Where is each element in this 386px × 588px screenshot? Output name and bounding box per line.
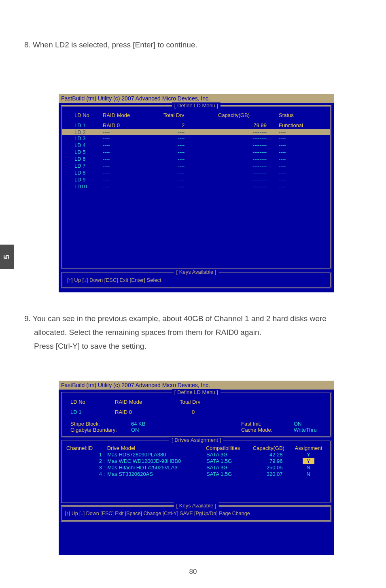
drive-row[interactable]: 4 :Mas ST3320620ASSATA 1.5G320.07N [62,471,330,477]
assign-value: N [307,471,310,477]
cell-raid: RAID 0 [103,122,163,128]
define-ld-label: [ Define LD Menu ] [172,389,221,395]
ld-row[interactable]: LD 9-------------------- [66,177,326,183]
dr-head-id: :ID [86,445,93,451]
keys-available-box: [ Keys Available ] [↑] Up [↓] Down [ESC]… [61,272,331,288]
stripe-block-label: Stripe Block: [62,421,123,427]
cell-cap: -------- [218,156,279,162]
ld-row[interactable]: LD 6-------------------- [66,156,326,162]
dr-head-cap: Capacity(GB) [253,445,291,451]
cell-ldno: LD 8 [66,170,103,176]
cell-ldno: LD 9 [66,177,103,183]
cell-raid: ---- [103,156,163,162]
cell-cap: -------- [218,142,279,148]
bios-panel-drives-assignment: FastBuild (tm) Utility (c) 2007 Advanced… [59,381,334,555]
drive-id: 3 : [66,464,107,471]
drive-id: 2 : [66,458,107,464]
cell-status: Functional [279,122,319,128]
drive-capacity: 42.28 [254,452,291,458]
drive-id: 4 : [66,471,107,477]
ld-row[interactable]: LD 4-------------------- [66,142,326,148]
cell-cap: -------- [218,135,279,141]
cell-tdrv: ---- [163,177,218,183]
cell-raid: ---- [103,177,163,183]
chapter-number: 5 [2,254,12,259]
drives-header-row: Channel:ID Drive Model Compatibilities C… [62,445,330,451]
drive-row[interactable]: 1 :Mas HDS728090PLA380SATA 3G42.28Y [62,452,330,458]
p2-head-tdrv: Total Drv [180,399,220,405]
cell-ldno: LD 4 [66,142,103,148]
cell-ldno: LD10 [66,183,103,190]
col-header-cap: Capacity(GB) [218,112,279,118]
cell-status: ---- [279,149,319,155]
instruction-step-8: 8. When LD2 is selected, press [Enter] t… [24,40,197,49]
dr-head-model: Drive Model [107,445,206,451]
cell-cap: -------- [218,149,279,155]
define-ld-box-2: [ Define LD Menu ] LD No RAID Mode Total… [61,392,331,437]
drive-row[interactable]: 3 :Mas Hitachi HDT725025VLA3SATA 3G250.0… [62,464,330,471]
gigabyte-boundary-value: ON [131,427,155,433]
drive-assign[interactable]: Y [291,458,326,464]
col-header-status: Status [279,112,319,118]
drive-compat: SATA 1.5G [206,458,254,464]
keys-line-2: [↑] Up [↓] Down [ESC] Exit [Space] Chang… [65,511,328,516]
drive-row[interactable]: 2 :Mas WDC WD1200JD-98HBB0SATA 1.5G79.96… [62,458,330,464]
p2-head-ldno: LD No [62,399,115,405]
cell-tdrv: ---- [163,142,218,148]
cell-status: ---- [279,177,319,183]
cell-raid: ---- [103,149,163,155]
drive-capacity: 79.96 [254,458,291,464]
cell-tdrv: 2 [163,122,218,128]
cell-status: ---- [279,183,319,190]
cell-raid: ---- [103,183,163,190]
cell-status: ---- [279,156,319,162]
ld-row[interactable]: LD 3-------------------- [66,135,326,141]
drive-assign[interactable]: Y [291,452,326,458]
cell-ldno: LD 6 [66,156,103,162]
drive-model: Mas Hitachi HDT725025VLA3 [107,464,206,471]
cell-tdrv: ---- [163,149,218,155]
drive-assign[interactable]: N [291,471,326,477]
define-ld-label: [ Define LD Menu ] [172,102,221,109]
dr-head-assign: Assignment [291,445,326,451]
define-ld-box: [ Define LD Menu ] LD No RAID Mode Total… [61,105,331,269]
col-header-tdrv: Total Drv [163,112,218,118]
col-header-ldno: LD No [66,112,103,118]
drive-id: 1 : [66,452,107,458]
cell-raid: ---- [103,142,163,148]
cell-ldno: LD 3 [66,135,103,141]
drive-compat: SATA 3G [206,464,254,471]
cell-status: ---- [279,129,319,135]
instr-line: 9. You can see in the previous example, … [24,312,370,326]
ld-row-selected[interactable]: LD 2 ---- ---- -------- ---- [62,129,330,135]
cell-status: ---- [279,170,319,176]
page-number: 80 [189,568,197,576]
cell-tdrv: ---- [163,156,218,162]
drive-compat: SATA 1.5G [206,471,254,477]
cell-ldno: LD 1 [66,122,103,128]
cell-cap: -------- [218,177,279,183]
ld-row[interactable]: LD 8-------------------- [66,170,326,176]
keys-available-label: [ Keys Available ] [174,503,219,509]
ld-header-row: LD No RAID Mode Total Drv Capacity(GB) S… [66,112,326,118]
cell-raid: ---- [103,135,163,141]
keys-available-label: [ Keys Available ] [174,269,219,275]
ld-row-active[interactable]: LD 1 RAID 0 2 79.99 Functional [66,122,326,128]
drive-model: Mas HDS728090PLA380 [107,452,206,458]
bios-panel-define-ld: FastBuild (tm) Utility (c) 2007 Advanced… [59,94,334,292]
fast-init-label: Fast Init: [241,421,294,427]
ld-row[interactable]: LD10-------------------- [66,183,326,190]
ld-row[interactable]: LD 7-------------------- [66,163,326,169]
drive-compat: SATA 3G [206,452,254,458]
drive-assign[interactable]: N [291,464,326,471]
instr-line: allocated. Select the remaining spaces f… [24,326,370,339]
ld-row[interactable]: LD 5-------------------- [66,149,326,155]
p2-val-tdrv: 0 [180,409,220,415]
cell-ldno: LD 5 [66,149,103,155]
instr-line: Press [Ctrl-Y] to save the setting. [24,339,370,353]
cell-tdrv: ---- [163,183,218,190]
drive-capacity: 250.05 [254,464,291,471]
p2-val-raid: RAID 0 [115,409,180,415]
cell-raid: ---- [103,163,163,169]
drives-assignment-label: [ Drives Assignment ] [169,437,223,443]
